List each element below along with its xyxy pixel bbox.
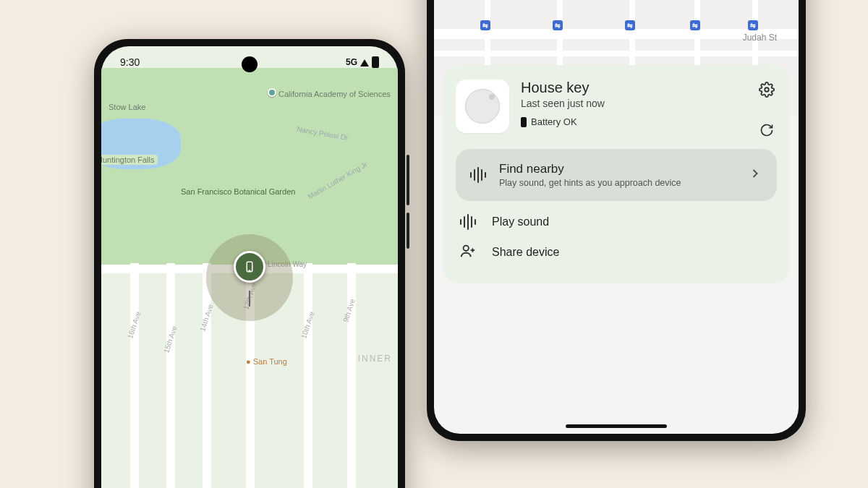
device-bottom-sheet: House key Last seen just now Battery OK (443, 65, 790, 283)
side-button (407, 155, 409, 205)
phone-mockup-left: 9:30 5G Stow Lake Huntington Falls Cal (94, 39, 405, 488)
play-sound-label: Play sound (492, 215, 549, 228)
last-seen-label: Last seen just now (521, 98, 777, 109)
device-name: House key (521, 80, 777, 96)
map-street-label: 14th Ave (198, 303, 214, 332)
play-sound-button[interactable]: Play sound (456, 201, 777, 230)
sound-wave-icon (470, 167, 486, 183)
svg-point-3 (464, 246, 469, 251)
sound-wave-icon (460, 214, 476, 230)
marker-stalk (249, 291, 250, 307)
svg-point-2 (765, 87, 769, 92)
battery-icon (521, 117, 527, 127)
road (304, 263, 312, 488)
road (203, 263, 211, 488)
poi-academy[interactable]: California Academy of Sciences (268, 88, 376, 98)
poi-restaurant[interactable]: ● San Tung (246, 357, 287, 366)
transit-stop-icon: ⇋ (625, 20, 635, 30)
battery-icon (372, 56, 379, 68)
refresh-button[interactable] (757, 120, 777, 140)
map-street-label: 10th Ave (299, 310, 315, 339)
find-nearby-button[interactable]: Find nearby Play sound, get hints as you… (456, 149, 777, 201)
phone-mockup-right: ⇋ ⇋ ⇋ ⇋ ⇋ Judah St House key Last seen j… (427, 0, 806, 441)
share-device-button[interactable]: Share device (456, 230, 777, 262)
transit-stop-icon: ⇋ (748, 20, 758, 30)
map-view[interactable]: Stow Lake Huntington Falls California Ac… (101, 46, 398, 488)
side-button (407, 213, 409, 249)
chevron-right-icon (748, 166, 762, 184)
map-label: Stow Lake (109, 103, 145, 111)
person-add-icon (460, 243, 476, 262)
transit-stop-icon: ⇋ (553, 20, 563, 30)
device-location-marker[interactable] (234, 251, 265, 283)
map-street-label: Judah St (743, 33, 777, 43)
status-time: 9:30 (120, 56, 140, 68)
road (347, 263, 356, 488)
tracker-tag-icon (465, 89, 500, 124)
road (166, 263, 175, 488)
camera-punch-hole (242, 56, 258, 72)
map-district-label: INNER (358, 354, 392, 364)
gear-icon (759, 82, 775, 98)
home-indicator[interactable] (566, 424, 667, 428)
status-network: 5G (346, 57, 357, 67)
phone-icon (243, 258, 256, 275)
share-device-label: Share device (492, 246, 559, 259)
map-label: San Francisco Botanical Garden (181, 187, 282, 196)
battery-status: Battery OK (521, 116, 777, 127)
device-thumbnail[interactable] (456, 80, 509, 133)
settings-button[interactable] (757, 80, 777, 100)
poi-pin-icon (268, 88, 276, 97)
road (130, 263, 139, 488)
find-nearby-title: Find nearby (499, 162, 735, 176)
refresh-icon (760, 123, 774, 137)
signal-icon (360, 59, 369, 67)
find-nearby-subtitle: Play sound, get hints as you approach de… (499, 178, 735, 188)
transit-stop-icon: ⇋ (690, 20, 700, 30)
map-street-label: 16th Ave (126, 310, 142, 339)
map-label: Huntington Falls (101, 155, 158, 165)
map-street-label: 15th Ave (162, 325, 178, 354)
phone-screen: 9:30 5G Stow Lake Huntington Falls Cal (101, 46, 398, 488)
battery-label: Battery OK (531, 116, 577, 127)
transit-stop-icon: ⇋ (480, 20, 490, 30)
phone-screen: ⇋ ⇋ ⇋ ⇋ ⇋ Judah St House key Last seen j… (434, 0, 799, 434)
device-header-row: House key Last seen just now Battery OK (456, 80, 777, 133)
